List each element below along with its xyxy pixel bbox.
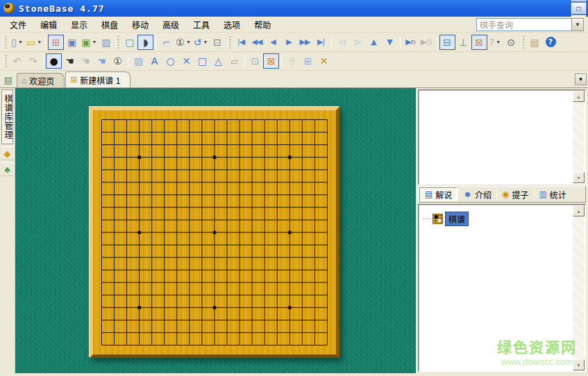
new-record-button[interactable]: ▯▼	[9, 35, 25, 50]
nav-back-button[interactable]: ◀	[265, 35, 281, 50]
opening-library-button[interactable]: ♣	[1, 162, 15, 176]
toolbar-grip[interactable]	[3, 36, 7, 49]
info-tab-captures[interactable]: ◉提子	[497, 187, 534, 201]
watermark: 绿色资源网 www.downcc.com	[497, 336, 577, 367]
maximize-button[interactable]: □	[571, 2, 586, 15]
next-branch-point-button[interactable]: ▷	[350, 35, 366, 50]
toolbar-separator	[437, 36, 437, 49]
rotate-board-icon: ↺	[194, 37, 202, 47]
menubar-item[interactable]: 高级	[156, 17, 186, 33]
variation-chart-button[interactable]: ⊥	[455, 35, 471, 50]
sidebar-tab-library-manager[interactable]: 棋谱库管理	[1, 89, 13, 144]
tab-welcome[interactable]: ⌂欢迎页	[17, 73, 65, 87]
board-range-button[interactable]: ⊡	[210, 35, 226, 50]
scroll-down-icon[interactable]: ▼	[573, 172, 585, 183]
delete-move-button[interactable]: ✕	[316, 53, 332, 69]
menubar-item[interactable]: 棋盘	[94, 17, 125, 33]
game-tree-panel[interactable]: 棋谱 ▲ ▼ 绿色资源网 www.downcc.com	[418, 204, 586, 372]
nav-first-move-icon: |◀	[237, 38, 244, 46]
branch-up-button[interactable]: ▲	[366, 35, 382, 50]
game-tree-view-button[interactable]: ⊟	[439, 35, 455, 50]
manage-variations-button[interactable]: ⊞	[300, 53, 316, 69]
mark-label-button[interactable]: A	[146, 53, 162, 69]
toolbar-grip[interactable]	[228, 36, 231, 49]
save-record-as-button[interactable]: ▣▼	[80, 35, 98, 50]
tree-node-root[interactable]: 棋谱	[423, 212, 585, 226]
branch-down-button[interactable]: ▼	[382, 35, 398, 50]
open-record-button[interactable]: ▭▼	[25, 35, 43, 50]
library-icon[interactable]: ▤	[1, 73, 15, 87]
scroll-up-icon[interactable]: ▲	[573, 205, 585, 216]
nav-back-10-button[interactable]: ◀◀	[249, 35, 265, 50]
menubar-item[interactable]: 帮助	[247, 17, 278, 33]
menubar-item[interactable]: 显示	[64, 17, 94, 33]
play-n-moves-button[interactable]: ▶n	[403, 35, 419, 50]
nav-first-move-button[interactable]: |◀	[233, 35, 249, 50]
toolbar-grip[interactable]	[521, 36, 525, 49]
open-record-dropdown-icon[interactable]: ▼	[37, 40, 42, 44]
commentary-panel[interactable]: ▲ ▼	[418, 89, 586, 185]
show-board-button[interactable]: ▢	[121, 35, 137, 50]
tree-node-label[interactable]: 棋谱	[445, 212, 469, 226]
setup-numbered-stone-button[interactable]: ①	[110, 53, 126, 69]
guess-next-move-dropdown-icon[interactable]: ▼	[496, 40, 501, 44]
tree-scrollbar[interactable]: ▲ ▼	[573, 205, 585, 370]
nav-forward-button[interactable]: ▶	[281, 35, 297, 50]
move-numbers-button[interactable]: ①▼	[174, 35, 192, 50]
menubar-item[interactable]: 文件	[3, 17, 33, 33]
prev-branch-point-button[interactable]: ◁	[334, 35, 350, 50]
export-board-image-button[interactable]: ▨	[98, 35, 114, 50]
move-numbers-dropdown-icon[interactable]: ▼	[186, 40, 191, 44]
scroll-down-icon[interactable]: ▼	[573, 359, 585, 370]
nav-forward-10-button[interactable]: ▶▶	[297, 35, 313, 50]
save-record-button[interactable]: ▣	[64, 35, 80, 50]
menubar-item[interactable]: 工具	[186, 17, 217, 33]
new-variation-button[interactable]: ⊡	[247, 53, 263, 69]
rotate-board-button[interactable]: ↺▼	[192, 35, 210, 50]
mark-erase-button[interactable]: ▱	[226, 53, 242, 69]
play-stone-mode-button[interactable]: ●	[46, 53, 62, 69]
tab-overflow-button[interactable]: ▼	[575, 74, 587, 85]
game-info-button[interactable]: ▤	[527, 35, 543, 50]
star-point	[212, 155, 216, 159]
info-tab-commentary[interactable]: ▤解说	[419, 187, 457, 201]
setup-white-stone-button[interactable]: ☚	[78, 53, 94, 69]
sound-toggle-icon: ◗	[143, 37, 148, 47]
sound-toggle-button[interactable]: ◗	[137, 35, 153, 50]
mark-square-button[interactable]: □	[194, 53, 210, 69]
setup-black-stone-button[interactable]: ☚	[62, 53, 78, 69]
menubar-item[interactable]: 移动	[125, 17, 156, 33]
pan-board-button[interactable]: ☝	[284, 53, 300, 69]
player-search-input[interactable]: 棋手查询	[476, 18, 572, 31]
menubar-item[interactable]: 选项	[217, 17, 247, 33]
menubar-item[interactable]: 编辑	[33, 17, 64, 33]
edit-board-button[interactable]: ⊞	[48, 35, 64, 50]
mark-circle-button[interactable]: ○	[162, 53, 178, 69]
search-position-button[interactable]: ⊙	[503, 35, 519, 50]
commentary-scrollbar[interactable]: ▲ ▼	[573, 91, 585, 183]
mark-cross-button[interactable]: ✕	[178, 53, 194, 69]
joseki-library-button[interactable]: ◆	[1, 146, 15, 160]
mark-triangle-button[interactable]: △	[210, 53, 226, 69]
mark-zone-button[interactable]: ▨	[131, 53, 146, 69]
go-board[interactable]	[90, 107, 339, 358]
toolbar-grip[interactable]	[116, 36, 119, 49]
variation-on-board-button[interactable]: ⊠	[263, 53, 279, 69]
info-tab-introduction[interactable]: ☻介绍	[458, 187, 496, 201]
new-record-dropdown-icon[interactable]: ▼	[18, 40, 23, 44]
tab-new-kifu[interactable]: ⊞新建棋谱 1	[65, 71, 131, 87]
save-record-as-dropdown-icon[interactable]: ▼	[92, 40, 96, 44]
help-button[interactable]: ?	[543, 35, 559, 50]
tree-navigate-button[interactable]: ⊠	[471, 35, 487, 50]
player-search-dropdown-icon[interactable]: ▼	[572, 18, 584, 31]
scroll-up-icon[interactable]: ▲	[573, 91, 585, 102]
play-stone-mode-icon: ●	[49, 56, 58, 66]
nav-last-move-button[interactable]: ▶|	[313, 35, 329, 50]
info-tab-statistics[interactable]: ▥统计	[535, 187, 571, 201]
toolbar-grip[interactable]	[3, 55, 7, 67]
rotate-board-dropdown-icon[interactable]: ▼	[203, 40, 208, 44]
sidebar-buttons: ◆♣	[1, 144, 15, 176]
new-variation-icon: ⊡	[251, 56, 260, 66]
setup-trial-stone-button[interactable]: ☚	[94, 53, 110, 69]
show-coordinates-button[interactable]: ⌐	[158, 35, 174, 50]
